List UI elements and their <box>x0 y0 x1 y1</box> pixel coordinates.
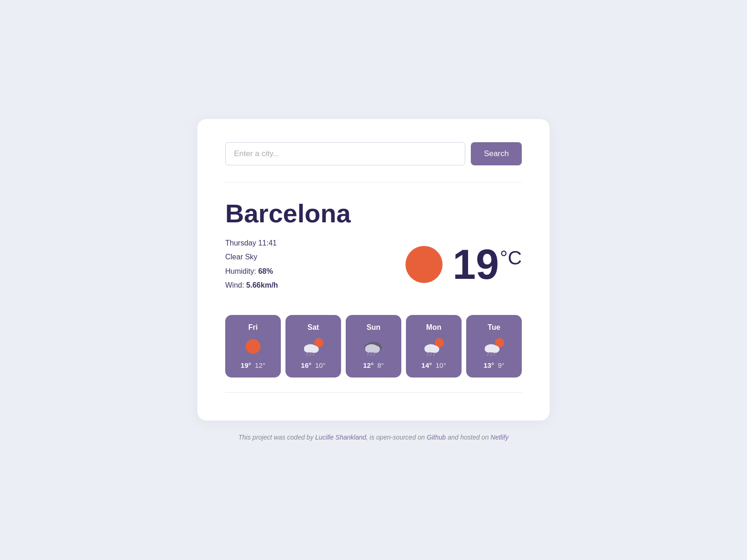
svg-line-29 <box>491 353 492 356</box>
forecast-low-mon: 10° <box>436 361 446 369</box>
svg-point-20 <box>424 346 432 352</box>
wind-value: 5.66km/h <box>246 281 278 289</box>
forecast-day-mon: Mon <box>426 323 442 332</box>
svg-line-15 <box>371 353 372 356</box>
current-sun-icon <box>405 246 443 283</box>
svg-line-7 <box>313 353 314 356</box>
footer-github-link[interactable]: Github <box>427 434 446 441</box>
forecast-high-tue: 13° <box>483 361 494 369</box>
current-temperature: 19°C <box>453 244 522 285</box>
city-name: Barcelona <box>225 199 522 228</box>
svg-point-13 <box>365 346 373 352</box>
humidity-label: Humidity: <box>225 267 256 275</box>
forecast-low-tue: 9° <box>498 361 504 369</box>
search-button[interactable]: Search <box>471 142 522 165</box>
city-input[interactable] <box>225 142 465 165</box>
weather-details: Thursday 11:41 Clear Sky Humidity: 68% W… <box>225 236 278 293</box>
forecast-icon-fri <box>240 336 266 357</box>
temp-unit: °C <box>500 247 522 269</box>
forecast-day-sun: Sun <box>367 323 380 332</box>
forecast-temps-mon: 14° 10° <box>421 361 446 369</box>
svg-line-16 <box>374 353 375 356</box>
svg-line-14 <box>367 353 368 356</box>
footer-netlify-link[interactable]: Netlify <box>491 434 509 441</box>
bottom-divider <box>225 392 522 393</box>
current-icon-temp: 19°C <box>405 244 522 285</box>
humidity-value: 68% <box>258 267 273 275</box>
forecast-high-sat: 16° <box>301 361 311 369</box>
wind-label: Wind: <box>225 281 244 289</box>
forecast-icon-mon <box>421 336 447 357</box>
svg-line-22 <box>430 353 431 356</box>
forecast-card-tue: Tue 13° 9° <box>466 315 522 378</box>
svg-line-30 <box>494 353 495 356</box>
svg-point-27 <box>485 346 492 352</box>
svg-line-6 <box>310 353 311 356</box>
main-weather: Thursday 11:41 Clear Sky Humidity: 68% W… <box>225 236 522 293</box>
weather-card: Search Barcelona Thursday 11:41 Clear Sk… <box>197 119 550 420</box>
svg-point-0 <box>246 339 260 354</box>
footer: This project was coded by Lucille Shankl… <box>239 434 509 441</box>
forecast-temps-tue: 13° 9° <box>483 361 504 369</box>
wind: Wind: 5.66km/h <box>225 278 278 292</box>
forecast-card-sat: Sat 16° 10° <box>285 315 341 378</box>
footer-text-middle: , is open-sourced on <box>366 434 427 441</box>
forecast-day-tue: Tue <box>487 323 500 332</box>
forecast-temps-fri: 19° 12° <box>241 361 265 369</box>
forecast-temps-sun: 12° 8° <box>363 361 384 369</box>
svg-line-23 <box>434 353 435 356</box>
forecast-card-mon: Mon 14° 10° <box>406 315 462 378</box>
forecast-temps-sat: 16° 10° <box>301 361 325 369</box>
forecast-icon-tue <box>481 336 507 357</box>
svg-line-5 <box>307 353 308 356</box>
svg-line-28 <box>487 353 488 356</box>
svg-point-4 <box>304 346 311 352</box>
footer-author-link[interactable]: Lucille Shankland <box>315 434 366 441</box>
top-divider <box>225 182 522 182</box>
forecast-low-sun: 8° <box>377 361 384 369</box>
forecast-row: Fri 19° 12° Sat 16° 10° <box>225 315 522 378</box>
forecast-day-sat: Sat <box>308 323 319 332</box>
forecast-low-sat: 10° <box>315 361 326 369</box>
forecast-high-fri: 19° <box>241 361 251 369</box>
forecast-card-sun: Sun 12° 8° <box>346 315 401 378</box>
forecast-high-mon: 14° <box>421 361 432 369</box>
humidity: Humidity: 68% <box>225 264 278 278</box>
footer-text-after: and hosted on <box>446 434 491 441</box>
forecast-icon-sun <box>361 336 386 357</box>
datetime: Thursday 11:41 <box>225 236 278 250</box>
forecast-card-fri: Fri 19° 12° <box>225 315 281 378</box>
forecast-low-fri: 12° <box>255 361 266 369</box>
forecast-high-sun: 12° <box>363 361 374 369</box>
search-row: Search <box>225 142 522 165</box>
forecast-day-fri: Fri <box>248 323 258 332</box>
condition: Clear Sky <box>225 250 278 264</box>
forecast-icon-sat <box>300 336 326 357</box>
svg-line-21 <box>427 353 428 356</box>
footer-text-before: This project was coded by <box>239 434 316 441</box>
